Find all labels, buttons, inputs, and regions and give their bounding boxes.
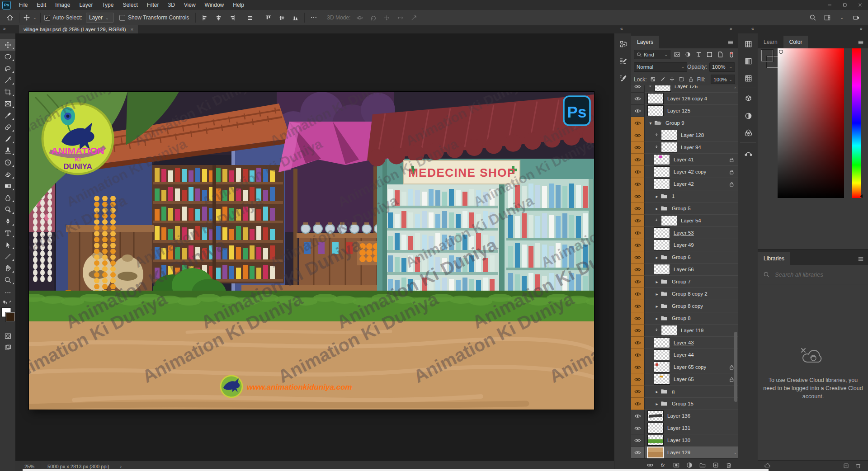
chevron-right-icon[interactable]: ▸	[654, 206, 660, 211]
layer-row[interactable]: ▸Group 8 copy 2	[631, 288, 738, 300]
path-selection-tool[interactable]	[0, 239, 15, 250]
layer-row[interactable]: Layer 136	[631, 410, 738, 422]
gradients-icon[interactable]	[738, 54, 758, 68]
layer-visibility-toggle[interactable]	[631, 386, 645, 398]
tab-libraries[interactable]: Libraries	[758, 252, 790, 265]
link-icon[interactable]	[646, 462, 654, 469]
layer-visibility-toggle[interactable]	[631, 264, 645, 276]
layer-thumbnail[interactable]	[647, 105, 664, 116]
lock-pixels-icon[interactable]	[660, 76, 665, 82]
maximize-icon[interactable]	[837, 0, 853, 10]
layer-visibility-toggle[interactable]	[631, 434, 645, 447]
layer-row[interactable]: Layer 65	[631, 373, 738, 386]
layer-visibility-toggle[interactable]	[631, 300, 645, 312]
layer-visibility-toggle[interactable]	[631, 85, 645, 93]
layer-name[interactable]: Layer 65 copy	[674, 364, 706, 370]
scroll-down-icon[interactable]: ⌄	[733, 450, 737, 455]
layer-visibility-toggle[interactable]	[631, 373, 645, 386]
opacity-field[interactable]: 100% ⌄	[709, 62, 735, 72]
lock-transparent-icon[interactable]	[650, 76, 656, 82]
document-canvas[interactable]: MEDECINE SHOP	[29, 92, 594, 410]
layer-visibility-toggle[interactable]	[631, 141, 645, 154]
lasso-tool[interactable]	[0, 62, 15, 74]
type-filter-icon[interactable]	[695, 51, 702, 58]
new-layer-icon[interactable]	[712, 462, 719, 469]
layer-visibility-toggle[interactable]	[631, 288, 645, 300]
layer-visibility-toggle[interactable]	[631, 349, 645, 361]
layer-thumbnail[interactable]	[654, 337, 670, 348]
layer-thumbnail[interactable]	[654, 349, 670, 360]
lock-artboard-icon[interactable]	[679, 76, 684, 82]
delete-layer-icon[interactable]	[725, 462, 732, 469]
zoom-tool[interactable]	[0, 274, 15, 286]
history-icon[interactable]	[614, 37, 632, 51]
chevron-right-icon[interactable]: ▸	[654, 194, 660, 199]
menu-view[interactable]: View	[179, 0, 200, 10]
search-icon[interactable]	[807, 12, 818, 23]
hamburger-icon[interactable]	[857, 39, 864, 46]
layer-visibility-toggle[interactable]	[631, 129, 645, 141]
close-icon[interactable]	[853, 0, 868, 10]
dock-collapse-icon[interactable]: «	[620, 26, 623, 31]
camera-icon[interactable]	[851, 12, 862, 23]
layer-name[interactable]: Layer 131	[667, 425, 690, 431]
layer-row[interactable]: Layer 126	[631, 85, 738, 93]
align-top-icon[interactable]	[263, 12, 274, 23]
show-transform-checkbox[interactable]: Show Transform Controls	[119, 14, 189, 21]
layer-row[interactable]: ▸Group 6	[631, 251, 738, 264]
magic-wand-tool[interactable]	[0, 74, 15, 86]
pan-3d-icon[interactable]	[381, 12, 392, 23]
layer-name[interactable]: Group 8 copy 2	[672, 291, 708, 297]
hue-slider[interactable]	[852, 48, 861, 198]
chevron-right-icon[interactable]: ▸	[654, 255, 660, 260]
menu-layer[interactable]: Layer	[75, 0, 97, 10]
zoom-level-field[interactable]: 25%	[15, 464, 41, 469]
swap-colors-icon[interactable]	[8, 300, 13, 305]
layer-mask-icon[interactable]	[673, 462, 680, 469]
layer-row[interactable]: ▾Group 9	[631, 117, 738, 129]
layer-row[interactable]: Layer 41	[631, 154, 738, 166]
layer-visibility-toggle[interactable]	[631, 398, 645, 410]
move-tool[interactable]	[0, 39, 15, 51]
blur-tool[interactable]	[0, 192, 15, 203]
dock-expand-icon[interactable]: »	[860, 26, 862, 31]
workspace-icon[interactable]	[822, 12, 833, 23]
hand-tool[interactable]	[0, 262, 15, 274]
filter-kind-dropdown[interactable]: Kind ⌄	[634, 50, 670, 59]
paths-icon[interactable]	[738, 146, 758, 160]
layer-row[interactable]: Layer 129	[631, 447, 738, 459]
chevron-right-icon[interactable]: ▸	[654, 401, 660, 406]
layer-name[interactable]: Layer 43	[674, 340, 694, 345]
layer-name[interactable]: Layer 126	[675, 85, 698, 89]
trash-icon[interactable]	[855, 462, 862, 469]
layer-thumbnail[interactable]	[661, 130, 677, 141]
layer-name[interactable]: Layer 119	[681, 328, 703, 333]
layer-name[interactable]: Group 8	[672, 316, 691, 321]
layer-visibility-toggle[interactable]	[631, 447, 645, 459]
layer-name[interactable]: Layer 53	[674, 230, 694, 236]
layer-visibility-toggle[interactable]	[631, 251, 645, 264]
layer-row[interactable]: ▸Group 5	[631, 203, 738, 215]
layer-row[interactable]: ▸Group 7	[631, 276, 738, 288]
tab-color[interactable]: Color	[783, 36, 808, 48]
hamburger-icon[interactable]	[857, 255, 864, 263]
new-group-icon[interactable]	[699, 462, 706, 469]
layer-row[interactable]: ▸1	[631, 190, 738, 203]
new-item-icon[interactable]	[843, 462, 849, 469]
layer-thumbnail[interactable]	[655, 85, 671, 92]
layer-thumbnail[interactable]	[654, 179, 670, 189]
ellipsis-icon[interactable]	[308, 12, 319, 23]
layer-visibility-toggle[interactable]	[631, 178, 645, 190]
pixel-filter-icon[interactable]	[674, 51, 680, 58]
quick-mask-icon[interactable]	[0, 332, 15, 340]
layer-row[interactable]: ▸Group 8 copy	[631, 300, 738, 312]
chevron-right-icon[interactable]: ▸	[654, 292, 660, 297]
canvas-pasteboard[interactable]: MEDECINE SHOP	[15, 33, 614, 461]
layer-visibility-toggle[interactable]	[631, 227, 645, 239]
layer-row[interactable]: Layer 94	[631, 141, 738, 154]
background-color-swatch[interactable]	[6, 312, 15, 321]
layer-thumbnail[interactable]	[647, 447, 664, 458]
align-left-icon[interactable]	[199, 12, 210, 23]
pen-tool[interactable]	[0, 215, 15, 227]
layer-thumbnail[interactable]	[647, 410, 664, 421]
